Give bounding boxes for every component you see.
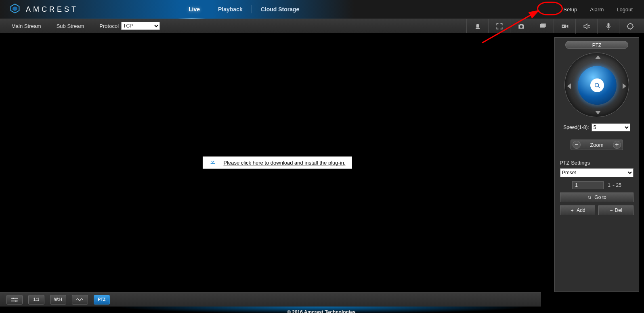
ptz-settings-select[interactable]: Preset <box>560 168 634 177</box>
add-del-row: ＋Add −Del <box>560 205 634 215</box>
plugin-download-link[interactable]: Please click here to download and instal… <box>223 160 345 166</box>
ptz-speed-row: Speed(1-8): 5 <box>563 123 630 131</box>
plugin-download-bar: Please click here to download and instal… <box>202 156 352 169</box>
add-preset-button[interactable]: ＋Add <box>560 205 595 215</box>
brand-logo: AMCREST <box>10 3 78 15</box>
protocol-label: Protocol <box>99 23 119 29</box>
link-alarm[interactable]: Alarm <box>590 6 604 13</box>
preset-input-row: 1 ~ 25 <box>572 181 621 189</box>
add-label: Add <box>577 207 585 213</box>
amcrest-logo-icon <box>10 3 20 15</box>
adjust-icon-button[interactable] <box>6 295 23 305</box>
svg-point-2 <box>562 25 564 27</box>
scale-wh-button[interactable]: W:H <box>50 295 66 305</box>
svg-point-6 <box>13 298 14 299</box>
ptz-ring <box>564 53 629 117</box>
stream-toolbar: Main Stream Sub Stream Protocol TCP <box>0 19 644 33</box>
nav-tab-playback[interactable]: Playback <box>209 5 252 13</box>
link-logout[interactable]: Logout <box>617 6 633 13</box>
nav-tab-live[interactable]: Live <box>180 5 209 13</box>
video-viewport: Please click here to download and instal… <box>0 33 554 292</box>
ptz-left-arrow-icon[interactable] <box>567 83 571 89</box>
toolbar-icon-group <box>466 19 641 34</box>
snapshot-icon[interactable] <box>510 19 532 34</box>
ptz-toggle-button[interactable]: PTZ <box>94 295 110 305</box>
main-content: Please click here to download and instal… <box>0 33 644 292</box>
ptz-center-button[interactable] <box>590 78 604 92</box>
del-preset-button[interactable]: −Del <box>598 205 634 215</box>
minus-icon: − <box>610 207 613 213</box>
plus-icon: ＋ <box>570 207 575 214</box>
ptz-direction-pad <box>562 51 631 119</box>
svg-marker-1 <box>13 6 17 11</box>
ptz-speed-select[interactable]: 5 <box>592 123 630 131</box>
triple-snapshot-icon[interactable] <box>532 19 554 34</box>
header-right-links: Setup Alarm Logout <box>563 6 633 13</box>
preset-number-input[interactable] <box>572 181 604 189</box>
zoom-in-button[interactable]: + <box>613 141 621 149</box>
goto-button[interactable]: Go to <box>560 192 634 202</box>
ptz-panel: PTZ Speed(1-8): 5 − Zoom + PTZ Settings … <box>554 37 639 292</box>
svg-point-7 <box>15 300 17 301</box>
ptz-settings-header: PTZ Settings <box>560 160 590 166</box>
nav-tab-cloud-storage[interactable]: Cloud Storage <box>252 5 308 13</box>
ptz-speed-label: Speed(1-8): <box>563 125 589 130</box>
record-icon[interactable] <box>554 19 575 34</box>
microphone-icon[interactable] <box>597 19 619 34</box>
fullscreen-icon[interactable] <box>488 19 510 34</box>
footer-copyright: © 2016 Amcrest Technologies. <box>0 307 644 313</box>
svg-point-3 <box>627 23 633 29</box>
ptz-up-arrow-icon[interactable] <box>595 55 601 59</box>
main-nav: Live Playback Cloud Storage <box>180 0 308 19</box>
goto-label: Go to <box>594 195 606 200</box>
main-stream-link[interactable]: Main Stream <box>11 23 41 29</box>
brand-name: AMCREST <box>26 5 78 14</box>
help-target-icon[interactable] <box>619 19 641 34</box>
ptz-title: PTZ <box>565 41 628 49</box>
fluency-button[interactable] <box>72 295 88 305</box>
video-bottom-toolbar: 1:1 W:H PTZ <box>0 292 541 307</box>
zoom-label: Zoom <box>582 142 611 148</box>
scale-11-button[interactable]: 1:1 <box>28 295 44 305</box>
top-header: AMCREST Live Playback Cloud Storage Setu… <box>0 0 644 19</box>
sub-stream-link[interactable]: Sub Stream <box>57 23 84 29</box>
siren-icon[interactable] <box>466 19 488 34</box>
zoom-out-button[interactable]: − <box>573 141 581 149</box>
ptz-down-arrow-icon[interactable] <box>595 111 601 114</box>
preset-range-label: 1 ~ 25 <box>608 182 621 188</box>
ptz-right-arrow-icon[interactable] <box>623 83 626 89</box>
del-label: Del <box>615 207 622 213</box>
protocol-select[interactable]: TCP <box>121 22 160 30</box>
speaker-icon[interactable] <box>575 19 597 34</box>
download-icon <box>209 159 216 167</box>
ptz-zoom-row: − Zoom + <box>571 140 623 150</box>
link-setup[interactable]: Setup <box>563 6 577 13</box>
